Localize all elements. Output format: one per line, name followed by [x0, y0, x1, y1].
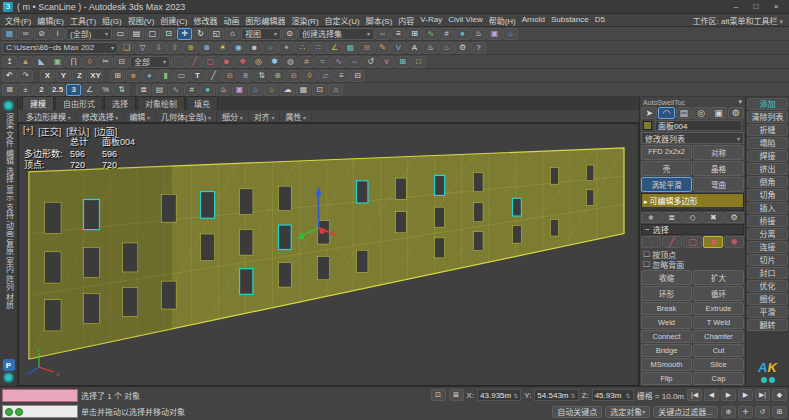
- ribbon-panel[interactable]: 编辑: [124, 111, 156, 122]
- loft-icon[interactable]: ≋: [238, 70, 253, 82]
- left-toolbar-item[interactable]: 材质: [5, 292, 13, 310]
- right-toolbar-item[interactable]: 折缝: [747, 124, 788, 136]
- select-place-icon[interactable]: ⌂: [225, 28, 240, 40]
- plane-icon[interactable]: ▭: [174, 70, 189, 82]
- left-toolbar-item[interactable]: 室内: [5, 256, 13, 274]
- select-rotate-icon[interactable]: ↻: [193, 28, 208, 40]
- constraint-y-button[interactable]: Y: [56, 70, 71, 82]
- text-tool-icon[interactable]: T: [190, 70, 205, 82]
- make-unique-icon[interactable]: ◇: [683, 212, 703, 223]
- previous-frame-icon[interactable]: ◀: [704, 389, 719, 401]
- geometry-icon[interactable]: ■: [247, 42, 262, 54]
- bridge-icon[interactable]: ∏: [66, 56, 81, 68]
- schematic-view-icon[interactable]: #: [439, 28, 454, 40]
- select-by-name-icon[interactable]: ▤: [129, 28, 144, 40]
- menu-item[interactable]: 编辑(E): [34, 15, 67, 26]
- grid-toggle-icon[interactable]: ⊞: [110, 70, 125, 82]
- ribbon-tab[interactable]: 选择: [104, 96, 136, 110]
- material-editor-icon[interactable]: ●: [455, 28, 470, 40]
- state-sets-icon[interactable]: ▦: [296, 84, 311, 96]
- object-color-swatch[interactable]: [643, 121, 652, 130]
- inset-icon[interactable]: ▣: [50, 56, 65, 68]
- constraint-z-button[interactable]: Z: [72, 70, 87, 82]
- freeze-icon[interactable]: ✱: [267, 56, 282, 68]
- normal-icon[interactable]: ⇅: [254, 70, 269, 82]
- menu-item[interactable]: 修改器: [190, 15, 220, 26]
- lattice-icon[interactable]: ⊞: [395, 56, 410, 68]
- maximize-button[interactable]: □: [746, 0, 766, 13]
- right-toolbar-item[interactable]: 清除列表: [747, 111, 788, 123]
- xref-icon[interactable]: ⊗: [199, 42, 214, 54]
- element-mode-icon[interactable]: ❖: [235, 56, 250, 68]
- menu-item[interactable]: 文件(F): [2, 15, 34, 26]
- ribbon-panel[interactable]: 多边形建模: [21, 111, 77, 122]
- cut-icon[interactable]: ✂: [98, 56, 113, 68]
- detach-icon[interactable]: ⊖: [286, 70, 301, 82]
- weld-icon[interactable]: ◊: [82, 56, 97, 68]
- modifier-preset-button[interactable]: 弯曲: [693, 177, 744, 192]
- selection-filter-dropdown[interactable]: (全部): [66, 28, 112, 40]
- p-tool-icon[interactable]: P: [3, 359, 15, 371]
- poly-edit-button[interactable]: Bridge: [641, 344, 692, 357]
- poly-edit-button[interactable]: Flip: [641, 372, 692, 385]
- boolean-icon[interactable]: ⊖: [222, 70, 237, 82]
- coord-z-field[interactable]: 45.93m: [592, 389, 634, 401]
- sphere-icon[interactable]: ●: [142, 70, 157, 82]
- edge-subobject-icon[interactable]: ╱: [662, 236, 682, 248]
- stack-item[interactable]: 可编辑多边形: [642, 194, 743, 207]
- shell-icon[interactable]: □: [411, 56, 426, 68]
- menu-item[interactable]: 创建(C): [157, 15, 190, 26]
- lock-selection-icon[interactable]: ⊠: [449, 389, 464, 401]
- right-toolbar-item[interactable]: 细化: [747, 293, 788, 305]
- poly-edit-button[interactable]: Slice: [693, 358, 744, 371]
- menu-item[interactable]: 自定义(U): [322, 15, 363, 26]
- polygon-mode-icon[interactable]: ■: [219, 56, 234, 68]
- render-icon[interactable]: ♨: [503, 28, 518, 40]
- element-subobject-icon[interactable]: ❖: [724, 236, 744, 248]
- pan-icon[interactable]: ✛: [738, 406, 753, 418]
- right-toolbar-item[interactable]: 分离: [747, 228, 788, 240]
- link-icon[interactable]: ∞: [18, 28, 33, 40]
- collapse-icon[interactable]: ∨: [379, 56, 394, 68]
- menu-item[interactable]: 脚本(S): [363, 15, 396, 26]
- polygon-subobject-icon[interactable]: ■: [703, 236, 723, 248]
- curve-editor-icon[interactable]: ∿: [423, 28, 438, 40]
- subobject-filter-dropdown[interactable]: 全部: [130, 56, 170, 68]
- round-tool-icon[interactable]: [3, 100, 14, 111]
- right-toolbar-item[interactable]: 切角: [747, 189, 788, 201]
- render-setup-2-icon[interactable]: ♨: [216, 84, 231, 96]
- hierarchy-tab-icon[interactable]: ▤: [676, 107, 692, 119]
- teapot-iterative-icon[interactable]: ♨: [439, 42, 454, 54]
- left-toolbar-item[interactable]: 显示: [5, 184, 13, 202]
- right-toolbar-item[interactable]: 平滑: [747, 306, 788, 318]
- cylinder-icon[interactable]: ▮: [158, 70, 173, 82]
- checkbox[interactable]: 按顶点: [641, 249, 744, 259]
- redo-icon[interactable]: ↷: [18, 70, 33, 82]
- configure-modifier-icon[interactable]: ⚙: [724, 212, 744, 223]
- reset-xform-icon[interactable]: ↺: [363, 56, 378, 68]
- selection-tool-button[interactable]: 环形: [641, 286, 692, 301]
- chamfer-icon[interactable]: ◣: [34, 56, 49, 68]
- select-move-icon[interactable]: ✛: [177, 28, 192, 40]
- render-setup-icon[interactable]: ♨: [471, 28, 486, 40]
- abs-offset-icon[interactable]: ±: [18, 84, 33, 96]
- schematic-2-icon[interactable]: #: [184, 84, 199, 96]
- align-icon[interactable]: ≡: [391, 28, 406, 40]
- poly-edit-button[interactable]: Chamfer: [693, 330, 744, 343]
- vertex-subobject-icon[interactable]: ∙: [641, 236, 661, 248]
- coord-x-field[interactable]: 43.935m: [477, 389, 521, 401]
- ribbon-panel[interactable]: 对齐: [249, 111, 281, 122]
- viewport[interactable]: xy [+][正交][默认][边面] 总计 面板004 多边形数:596596顶…: [18, 123, 639, 386]
- left-toolbar-item[interactable]: 阵列: [5, 274, 13, 292]
- unwrap-uvw-icon[interactable]: ⊞: [359, 42, 374, 54]
- merge-icon[interactable]: ⊕: [183, 42, 198, 54]
- maximize-viewport-icon[interactable]: ⊞: [772, 406, 787, 418]
- isolate-toggle-icon[interactable]: ⊡: [431, 389, 446, 401]
- border-subobject-icon[interactable]: ▢: [683, 236, 703, 248]
- poly-edit-button[interactable]: MSmooth: [641, 358, 692, 371]
- uvw-map-icon[interactable]: ▦: [343, 42, 358, 54]
- window-crossing-icon[interactable]: ⊡: [161, 28, 176, 40]
- display-tab-icon[interactable]: ▣: [710, 107, 726, 119]
- cloud-render-icon[interactable]: ☁: [280, 84, 295, 96]
- modifier-preset-button[interactable]: 涡轮平滑: [641, 177, 692, 192]
